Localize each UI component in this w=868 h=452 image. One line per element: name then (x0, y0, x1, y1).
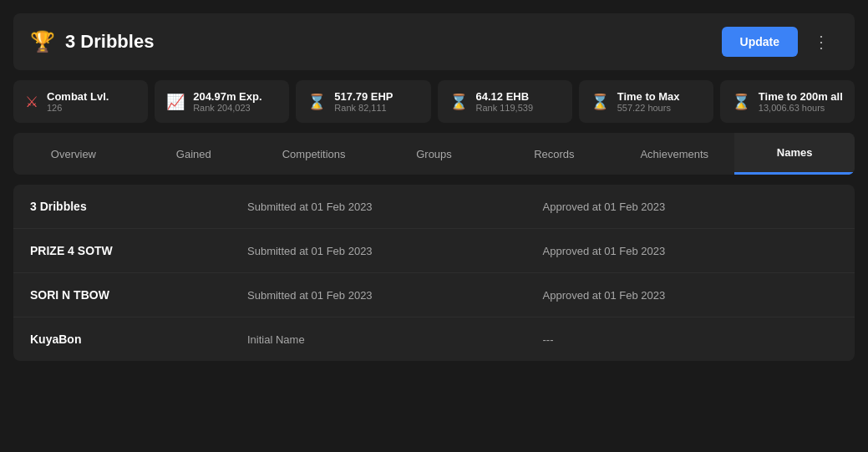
name-cell: PRIZE 4 SOTW (30, 244, 247, 257)
stats-row: ⚔Combat Lvl.126📈204.97m Exp.Rank 204,023… (13, 80, 855, 123)
name-cell: SORI N TBOW (30, 288, 247, 302)
stat-sub-ttmax: 557.22 hours (617, 103, 680, 113)
stat-icon-combat: ⚔ (25, 93, 38, 111)
nav-tabs: OverviewGainedCompetitionsGroupsRecordsA… (13, 133, 855, 175)
stat-sub-ehb: Rank 119,539 (476, 103, 534, 113)
stat-sub-exp: Rank 204,023 (193, 103, 261, 113)
stat-sub-ehp: Rank 82,111 (334, 103, 393, 113)
stat-icon-ehp: ⌛ (307, 93, 326, 111)
stat-sub-combat: 126 (47, 103, 109, 113)
tab-gained[interactable]: Gained (134, 133, 254, 175)
update-button[interactable]: Update (722, 27, 798, 57)
stat-info-ehb: 64.12 EHBRank 119,539 (476, 90, 534, 113)
stat-info-combat: Combat Lvl.126 (47, 90, 109, 113)
app-container: 🏆 3 Dribbles Update ⋮ ⚔Combat Lvl.126📈20… (0, 0, 868, 374)
header: 🏆 3 Dribbles Update ⋮ (13, 13, 855, 70)
stat-icon-exp: 📈 (166, 93, 185, 111)
tab-records[interactable]: Records (494, 133, 614, 175)
stat-info-tt200: Time to 200m all13,006.63 hours (759, 90, 843, 113)
submitted-cell: Submitted at 01 Feb 2023 (247, 289, 543, 302)
submitted-cell: Submitted at 01 Feb 2023 (247, 245, 543, 257)
stat-info-ttmax: Time to Max557.22 hours (617, 90, 680, 113)
approved-cell: --- (543, 333, 839, 346)
approved-cell: Approved at 01 Feb 2023 (543, 289, 839, 302)
stat-label-tt200: Time to 200m all (759, 90, 843, 103)
tab-competitions[interactable]: Competitions (254, 133, 374, 175)
table-row: SORI N TBOWSubmitted at 01 Feb 2023Appro… (13, 273, 855, 317)
approved-cell: Approved at 01 Feb 2023 (543, 201, 839, 213)
tab-names[interactable]: Names (734, 133, 855, 175)
stat-label-ehp: 517.79 EHP (334, 90, 393, 103)
submitted-cell: Submitted at 01 Feb 2023 (247, 201, 543, 213)
more-button[interactable]: ⋮ (806, 30, 838, 53)
name-cell: KuyaBon (30, 333, 247, 346)
submitted-cell: Initial Name (247, 333, 543, 346)
stat-card-ttmax: ⌛Time to Max557.22 hours (579, 80, 713, 123)
trophy-icon: 🏆 (30, 30, 55, 53)
stat-icon-tt200: ⌛ (732, 93, 750, 111)
table-row: PRIZE 4 SOTWSubmitted at 01 Feb 2023Appr… (13, 229, 855, 273)
page-title: 3 Dribbles (65, 31, 154, 53)
tab-achievements[interactable]: Achievements (614, 133, 734, 175)
table-row: 3 DribblesSubmitted at 01 Feb 2023Approv… (13, 185, 855, 229)
header-left: 🏆 3 Dribbles (30, 30, 154, 53)
names-table: 3 DribblesSubmitted at 01 Feb 2023Approv… (13, 185, 855, 361)
stat-info-exp: 204.97m Exp.Rank 204,023 (193, 90, 261, 113)
stat-label-combat: Combat Lvl. (47, 90, 109, 103)
name-cell: 3 Dribbles (30, 200, 247, 213)
stat-info-ehp: 517.79 EHPRank 82,111 (334, 90, 393, 113)
stat-card-combat: ⚔Combat Lvl.126 (13, 80, 148, 123)
stat-card-tt200: ⌛Time to 200m all13,006.63 hours (720, 80, 855, 123)
stat-card-ehb: ⌛64.12 EHBRank 119,539 (438, 80, 572, 123)
table-row: KuyaBonInitial Name--- (13, 317, 855, 361)
approved-cell: Approved at 01 Feb 2023 (543, 245, 839, 257)
stat-icon-ttmax: ⌛ (591, 93, 609, 111)
tab-overview[interactable]: Overview (13, 133, 134, 175)
stat-label-ehb: 64.12 EHB (476, 90, 534, 103)
tab-groups[interactable]: Groups (374, 133, 495, 175)
stat-label-exp: 204.97m Exp. (193, 90, 261, 103)
stat-label-ttmax: Time to Max (617, 90, 680, 103)
stat-sub-tt200: 13,006.63 hours (759, 103, 843, 113)
stat-icon-ehb: ⌛ (449, 93, 468, 111)
stat-card-ehp: ⌛517.79 EHPRank 82,111 (296, 80, 430, 123)
stat-card-exp: 📈204.97m Exp.Rank 204,023 (155, 80, 289, 123)
header-right: Update ⋮ (722, 27, 838, 57)
